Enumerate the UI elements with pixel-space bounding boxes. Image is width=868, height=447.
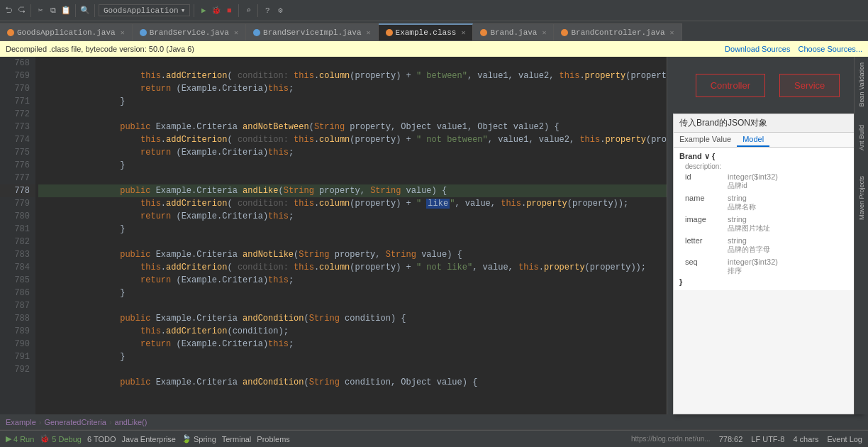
brand-field-name: name string 品牌名称: [685, 192, 856, 214]
field-key-seq: seq: [685, 258, 728, 266]
terminal-label: Terminal: [222, 435, 252, 443]
problems-label: Problems: [257, 435, 289, 443]
tab-brandserviceimpl[interactable]: BrandServiceImpl.java ✕: [246, 23, 379, 40]
ln-770: 770: [0, 82, 35, 95]
debug-label: 5 Debug: [52, 435, 82, 443]
ln-785: 785: [0, 274, 35, 287]
run-icon[interactable]: ▶: [198, 5, 209, 16]
ln-768: 768: [0, 57, 35, 70]
field-type-name: string: [728, 194, 747, 202]
tab-brandservice[interactable]: BrandService.java ✕: [133, 23, 246, 40]
breadcrumb: Example › GeneratedCriteria › andLike(): [0, 414, 868, 430]
brand-close: }: [679, 277, 856, 286]
search-icon[interactable]: ⌕: [243, 5, 254, 16]
tab-close-brand[interactable]: ✕: [542, 28, 546, 37]
ln-792: 792: [0, 363, 35, 376]
tab-icon-brandcontroller: [561, 29, 568, 36]
terminal-status[interactable]: Terminal: [222, 435, 252, 443]
field-key-name: name: [685, 194, 728, 202]
tab-label-example: Example.class: [396, 28, 457, 37]
tab-example-class[interactable]: Example.class ✕: [379, 23, 474, 40]
toolbar-icon-copy[interactable]: ⧉: [48, 5, 59, 16]
breadcrumb-andlike[interactable]: andLike(): [115, 418, 148, 426]
help-icon[interactable]: ?: [262, 5, 273, 16]
event-log-status[interactable]: Event Log: [827, 435, 862, 443]
settings-icon[interactable]: ⚙: [274, 5, 286, 16]
code-line-772: public Example.Criteria andNotBetween(St…: [38, 108, 667, 121]
tab-close-brandserviceimpl[interactable]: ✕: [367, 28, 371, 37]
brand-field-image: image string 品牌图片地址: [685, 214, 856, 235]
toolbar-icon-paste[interactable]: 📋: [60, 5, 72, 16]
tab-close-brandservice[interactable]: ✕: [234, 28, 238, 37]
code-line-776: [38, 159, 667, 172]
breadcrumb-example[interactable]: Example: [6, 418, 36, 426]
debug-status[interactable]: 🐞 5 Debug: [40, 434, 82, 443]
toolbar-icon-2[interactable]: ⮎: [16, 5, 27, 16]
field-type-id: integer($int32): [728, 172, 778, 181]
ln-783: 783: [0, 248, 35, 261]
code-content[interactable]: this.addCriterion( condition: this.colum…: [35, 57, 667, 414]
tab-label-goods: GoodsApplication.java: [17, 28, 116, 37]
toolbar-icon-1[interactable]: ⮌: [3, 5, 14, 16]
tab-icon-brandserviceimpl: [253, 29, 260, 36]
sidebar-tab-maven[interactable]: Maven Projects: [857, 170, 867, 226]
code-line-777: public Example.Criteria andLike(String p…: [38, 172, 667, 184]
ln-780: 780: [0, 210, 35, 223]
json-tab-example-value[interactable]: Example Value: [674, 133, 737, 147]
ln-771: 771: [0, 95, 35, 108]
spring-status[interactable]: 🍃 Spring: [182, 434, 216, 443]
ln-776: 776: [0, 159, 35, 172]
field-key-id: id: [685, 172, 728, 181]
tab-close-example[interactable]: ✕: [461, 28, 465, 37]
java-enterprise-label: Java Enterprise: [122, 435, 176, 443]
code-editor[interactable]: 768 769 770 771 772 773 774 775 776 777 …: [0, 57, 667, 414]
ln-784: 784: [0, 261, 35, 274]
sidebar-tab-bean-validation[interactable]: Bean Validation: [857, 57, 867, 112]
tab-label-brandcontroller: BrandController.java: [571, 28, 664, 37]
todo-label: 6 TODO: [87, 435, 116, 443]
decompile-notice: Decompiled .class file, bytecode version…: [0, 41, 868, 57]
todo-status[interactable]: 6 TODO: [87, 435, 116, 443]
field-type-image: string: [728, 215, 747, 224]
field-desc-id: 品牌id: [728, 182, 747, 189]
app-dropdown[interactable]: GoodsApplication ▾: [99, 4, 190, 16]
ln-775: 775: [0, 146, 35, 159]
brand-header: Brand ∨ {: [679, 152, 856, 161]
breadcrumb-generatedcriteria[interactable]: GeneratedCriteria: [44, 418, 106, 426]
java-enterprise-status[interactable]: Java Enterprise: [122, 435, 176, 443]
run-status[interactable]: ▶ 4 Run: [6, 434, 34, 443]
decompile-text: Decompiled .class file, bytecode version…: [6, 45, 194, 53]
choose-sources-link[interactable]: Choose Sources...: [799, 45, 863, 53]
sidebar-tab-ant-build[interactable]: Ant Build: [857, 119, 867, 156]
brand-description-label: description:: [685, 162, 856, 170]
tab-goodsapplication[interactable]: GoodsApplication.java ✕: [0, 23, 133, 40]
ln-772: 772: [0, 108, 35, 121]
debug-icon[interactable]: 🐞: [211, 5, 222, 16]
problems-status[interactable]: Problems: [257, 435, 289, 443]
tab-icon-brandservice: [140, 29, 147, 36]
download-sources-link[interactable]: Download Sources: [725, 45, 790, 53]
tab-label-brand: Brand.java: [490, 28, 537, 37]
stop-icon[interactable]: ■: [223, 5, 235, 16]
service-button[interactable]: Service: [779, 74, 840, 97]
run-label: 4 Run: [13, 435, 34, 443]
toolbar-icon-find[interactable]: 🔍: [79, 5, 91, 16]
tab-brandcontroller[interactable]: BrandController.java ✕: [554, 23, 681, 40]
tab-close-goods[interactable]: ✕: [121, 28, 125, 37]
tab-close-brandcontroller[interactable]: ✕: [670, 28, 674, 37]
tab-brand[interactable]: Brand.java ✕: [473, 23, 554, 40]
event-log-label: Event Log: [827, 435, 862, 443]
spring-icon: 🍃: [182, 434, 191, 443]
app-name: GoodsApplication: [104, 6, 179, 15]
ln-769: 769: [0, 70, 35, 82]
tab-icon-brand: [480, 29, 487, 36]
controller-button[interactable]: Controller: [696, 74, 765, 97]
code-line-782: public Example.Criteria andNotLike(Strin…: [38, 236, 667, 248]
json-tab-model[interactable]: Model: [737, 133, 769, 147]
code-line-768: this.addCriterion( condition: this.colum…: [38, 57, 667, 70]
ln-791: 791: [0, 351, 35, 363]
vertical-sidebar-tabs: Bean Validation Ant Build Maven Projects: [854, 57, 868, 414]
toolbar-icon-cut[interactable]: ✂: [35, 5, 46, 16]
ln-779: 779: [0, 197, 35, 210]
brand-field-id: id integer($int32) 品牌id: [685, 171, 856, 192]
